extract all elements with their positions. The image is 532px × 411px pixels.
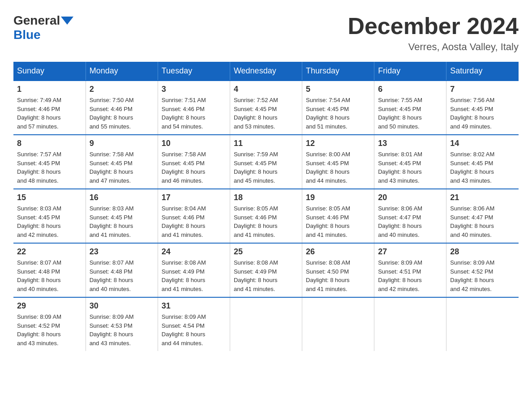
day-info: Sunrise: 8:09 AMSunset: 4:51 PMDaylight:… bbox=[378, 259, 422, 292]
location: Verres, Aosta Valley, Italy bbox=[348, 41, 519, 53]
calendar-cell: 18 Sunrise: 8:05 AMSunset: 4:46 PMDaylig… bbox=[230, 189, 302, 243]
calendar-cell: 17 Sunrise: 8:04 AMSunset: 4:46 PMDaylig… bbox=[158, 189, 230, 243]
day-of-week-friday: Friday bbox=[374, 62, 446, 81]
day-info: Sunrise: 7:56 AMSunset: 4:45 PMDaylight:… bbox=[450, 97, 494, 130]
day-info: Sunrise: 8:04 AMSunset: 4:46 PMDaylight:… bbox=[162, 205, 206, 238]
day-number: 9 bbox=[90, 139, 154, 148]
day-number: 11 bbox=[234, 139, 298, 148]
calendar-week-3: 15 Sunrise: 8:03 AMSunset: 4:45 PMDaylig… bbox=[13, 189, 519, 243]
day-number: 21 bbox=[450, 193, 515, 202]
day-number: 1 bbox=[17, 85, 82, 94]
calendar-cell: 21 Sunrise: 8:06 AMSunset: 4:47 PMDaylig… bbox=[446, 189, 519, 243]
calendar-cell: 24 Sunrise: 8:08 AMSunset: 4:49 PMDaylig… bbox=[158, 243, 230, 297]
calendar-cell: 15 Sunrise: 8:03 AMSunset: 4:45 PMDaylig… bbox=[13, 189, 86, 243]
calendar-cell: 13 Sunrise: 8:01 AMSunset: 4:45 PMDaylig… bbox=[374, 135, 446, 189]
day-info: Sunrise: 7:49 AMSunset: 4:46 PMDaylight:… bbox=[17, 97, 61, 130]
calendar-cell bbox=[446, 297, 519, 351]
day-info: Sunrise: 8:09 AMSunset: 4:53 PMDaylight:… bbox=[90, 313, 134, 347]
day-info: Sunrise: 7:51 AMSunset: 4:46 PMDaylight:… bbox=[162, 97, 206, 130]
day-info: Sunrise: 8:07 AMSunset: 4:48 PMDaylight:… bbox=[90, 259, 134, 292]
day-number: 8 bbox=[17, 139, 82, 148]
calendar-cell: 11 Sunrise: 7:59 AMSunset: 4:45 PMDaylig… bbox=[230, 135, 302, 189]
calendar-week-2: 8 Sunrise: 7:57 AMSunset: 4:45 PMDayligh… bbox=[13, 135, 519, 189]
calendar-cell: 31 Sunrise: 8:09 AMSunset: 4:54 PMDaylig… bbox=[158, 297, 230, 351]
calendar-table: SundayMondayTuesdayWednesdayThursdayFrid… bbox=[13, 62, 519, 351]
calendar-week-5: 29 Sunrise: 8:09 AMSunset: 4:52 PMDaylig… bbox=[13, 297, 519, 351]
day-info: Sunrise: 8:06 AMSunset: 4:47 PMDaylight:… bbox=[378, 205, 422, 238]
logo: General Blue bbox=[13, 13, 74, 42]
calendar-cell: 5 Sunrise: 7:54 AMSunset: 4:45 PMDayligh… bbox=[302, 81, 374, 135]
day-number: 27 bbox=[378, 247, 442, 257]
day-of-week-tuesday: Tuesday bbox=[158, 62, 230, 81]
calendar-cell bbox=[230, 297, 302, 351]
calendar-cell: 25 Sunrise: 8:08 AMSunset: 4:49 PMDaylig… bbox=[230, 243, 302, 297]
day-info: Sunrise: 8:09 AMSunset: 4:52 PMDaylight:… bbox=[17, 313, 61, 347]
day-number: 3 bbox=[162, 85, 226, 94]
calendar-cell: 1 Sunrise: 7:49 AMSunset: 4:46 PMDayligh… bbox=[13, 81, 86, 135]
calendar-cell: 16 Sunrise: 8:03 AMSunset: 4:45 PMDaylig… bbox=[86, 189, 158, 243]
calendar-cell bbox=[302, 297, 374, 351]
calendar-cell: 14 Sunrise: 8:02 AMSunset: 4:45 PMDaylig… bbox=[446, 135, 519, 189]
day-number: 22 bbox=[17, 247, 82, 257]
calendar-cell bbox=[374, 297, 446, 351]
day-info: Sunrise: 8:05 AMSunset: 4:46 PMDaylight:… bbox=[306, 205, 350, 238]
calendar-cell: 6 Sunrise: 7:55 AMSunset: 4:45 PMDayligh… bbox=[374, 81, 446, 135]
day-info: Sunrise: 8:01 AMSunset: 4:45 PMDaylight:… bbox=[378, 151, 422, 184]
day-info: Sunrise: 8:08 AMSunset: 4:50 PMDaylight:… bbox=[306, 259, 350, 292]
day-number: 12 bbox=[306, 139, 370, 148]
calendar-cell: 27 Sunrise: 8:09 AMSunset: 4:51 PMDaylig… bbox=[374, 243, 446, 297]
day-info: Sunrise: 8:05 AMSunset: 4:46 PMDaylight:… bbox=[234, 205, 278, 238]
day-info: Sunrise: 8:00 AMSunset: 4:45 PMDaylight:… bbox=[306, 151, 350, 184]
calendar-cell: 9 Sunrise: 7:58 AMSunset: 4:45 PMDayligh… bbox=[86, 135, 158, 189]
day-of-week-thursday: Thursday bbox=[302, 62, 374, 81]
day-info: Sunrise: 7:54 AMSunset: 4:45 PMDaylight:… bbox=[306, 97, 350, 130]
day-info: Sunrise: 8:09 AMSunset: 4:52 PMDaylight:… bbox=[450, 259, 494, 292]
day-number: 25 bbox=[234, 247, 298, 257]
calendar-cell: 10 Sunrise: 7:58 AMSunset: 4:45 PMDaylig… bbox=[158, 135, 230, 189]
calendar-cell: 3 Sunrise: 7:51 AMSunset: 4:46 PMDayligh… bbox=[158, 81, 230, 135]
day-of-week-saturday: Saturday bbox=[446, 62, 519, 81]
days-of-week-row: SundayMondayTuesdayWednesdayThursdayFrid… bbox=[13, 62, 519, 81]
day-info: Sunrise: 7:50 AMSunset: 4:46 PMDaylight:… bbox=[90, 97, 134, 130]
calendar-cell: 30 Sunrise: 8:09 AMSunset: 4:53 PMDaylig… bbox=[86, 297, 158, 351]
day-of-week-wednesday: Wednesday bbox=[230, 62, 302, 81]
day-number: 20 bbox=[378, 193, 442, 202]
day-info: Sunrise: 8:07 AMSunset: 4:48 PMDaylight:… bbox=[17, 259, 61, 292]
day-info: Sunrise: 8:09 AMSunset: 4:54 PMDaylight:… bbox=[162, 313, 206, 347]
day-of-week-sunday: Sunday bbox=[13, 62, 86, 81]
calendar-week-4: 22 Sunrise: 8:07 AMSunset: 4:48 PMDaylig… bbox=[13, 243, 519, 297]
day-info: Sunrise: 7:52 AMSunset: 4:45 PMDaylight:… bbox=[234, 97, 278, 130]
calendar-cell: 26 Sunrise: 8:08 AMSunset: 4:50 PMDaylig… bbox=[302, 243, 374, 297]
logo-blue-text: Blue bbox=[13, 28, 41, 42]
day-info: Sunrise: 8:08 AMSunset: 4:49 PMDaylight:… bbox=[234, 259, 278, 292]
day-info: Sunrise: 8:06 AMSunset: 4:47 PMDaylight:… bbox=[450, 205, 494, 238]
page-header: General Blue December 2024 Verres, Aosta… bbox=[13, 13, 519, 53]
calendar-cell: 20 Sunrise: 8:06 AMSunset: 4:47 PMDaylig… bbox=[374, 189, 446, 243]
day-number: 14 bbox=[450, 139, 515, 148]
calendar-cell: 28 Sunrise: 8:09 AMSunset: 4:52 PMDaylig… bbox=[446, 243, 519, 297]
day-of-week-monday: Monday bbox=[86, 62, 158, 81]
day-number: 5 bbox=[306, 85, 370, 94]
month-title: December 2024 bbox=[348, 13, 519, 39]
day-info: Sunrise: 7:58 AMSunset: 4:45 PMDaylight:… bbox=[90, 151, 134, 184]
day-number: 10 bbox=[162, 139, 226, 148]
day-number: 13 bbox=[378, 139, 442, 148]
calendar-cell: 7 Sunrise: 7:56 AMSunset: 4:45 PMDayligh… bbox=[446, 81, 519, 135]
logo-general-text: General bbox=[13, 13, 60, 28]
calendar-cell: 29 Sunrise: 8:09 AMSunset: 4:52 PMDaylig… bbox=[13, 297, 86, 351]
day-number: 24 bbox=[162, 247, 226, 257]
day-info: Sunrise: 8:08 AMSunset: 4:49 PMDaylight:… bbox=[162, 259, 206, 292]
day-number: 28 bbox=[450, 247, 515, 257]
day-info: Sunrise: 8:03 AMSunset: 4:45 PMDaylight:… bbox=[90, 205, 134, 238]
day-number: 31 bbox=[162, 301, 226, 311]
day-number: 19 bbox=[306, 193, 370, 202]
calendar-header: SundayMondayTuesdayWednesdayThursdayFrid… bbox=[13, 62, 519, 81]
day-number: 30 bbox=[90, 301, 154, 311]
day-number: 2 bbox=[90, 85, 154, 94]
day-number: 18 bbox=[234, 193, 298, 202]
day-info: Sunrise: 8:02 AMSunset: 4:45 PMDaylight:… bbox=[450, 151, 494, 184]
logo-arrow-icon bbox=[61, 17, 73, 25]
calendar-body: 1 Sunrise: 7:49 AMSunset: 4:46 PMDayligh… bbox=[13, 81, 519, 351]
calendar-cell: 4 Sunrise: 7:52 AMSunset: 4:45 PMDayligh… bbox=[230, 81, 302, 135]
day-number: 6 bbox=[378, 85, 442, 94]
